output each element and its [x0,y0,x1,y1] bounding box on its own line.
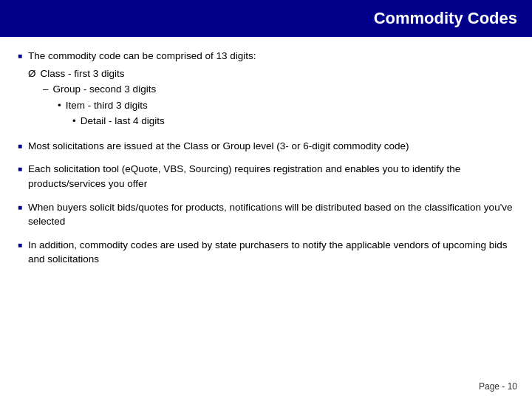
bullet-square-5: ■ [18,240,22,251]
content-area: ■ The commodity code can be comprised of… [0,37,532,283]
bullet-5-text: In addition, commodity codes are used by… [28,238,514,267]
sub-list-1: Ø Class - first 3 digits – Group - secon… [28,66,256,129]
bullet-item-2: ■ Most solicitations are issued at the C… [18,139,514,154]
level2-dash: – [43,82,49,97]
level2-text: Group - second 3 digits [53,82,157,97]
level1-text: Class - first 3 digits [41,66,125,81]
bullet-2-text: Most solicitations are issued at the Cla… [28,139,409,154]
bullet-square-2: ■ [18,141,22,152]
bullet-square-1: ■ [18,51,22,62]
level1-arrow: Ø [28,66,36,81]
bullet-item-1: ■ The commodity code can be comprised of… [18,49,514,130]
level4-text: Detail - last 4 digits [81,114,165,129]
level4-item: • Detail - last 4 digits [72,114,256,129]
level4-dot: • [72,114,76,129]
bullet-item-5: ■ In addition, commodity codes are used … [18,238,514,267]
level3-dot: • [58,98,61,113]
level1-item: Ø Class - first 3 digits [28,66,256,81]
level3-item: • Item - third 3 digits [58,98,256,113]
bullet-item-4: ■ When buyers solicit bids/quotes for pr… [18,200,514,229]
bullet-1-body: The commodity code can be comprised of 1… [28,49,256,130]
bullet-1-text: The commodity code can be comprised of 1… [28,50,256,61]
bullet-square-4: ■ [18,202,22,214]
level2-item: – Group - second 3 digits [43,82,256,97]
bullet-item-3: ■ Each solicitation tool (eQuote, VBS, S… [18,162,514,191]
bullet-4-text: When buyers solicit bids/quotes for prod… [28,200,514,229]
level3-text: Item - third 3 digits [66,98,148,113]
header: Commodity Codes [0,0,532,37]
bullet-3-text: Each solicitation tool (eQuote, VBS, Sou… [28,162,514,191]
page-title: Commodity Codes [374,9,517,28]
bullet-square-3: ■ [18,164,22,175]
page-number: Page - 10 [479,381,517,392]
